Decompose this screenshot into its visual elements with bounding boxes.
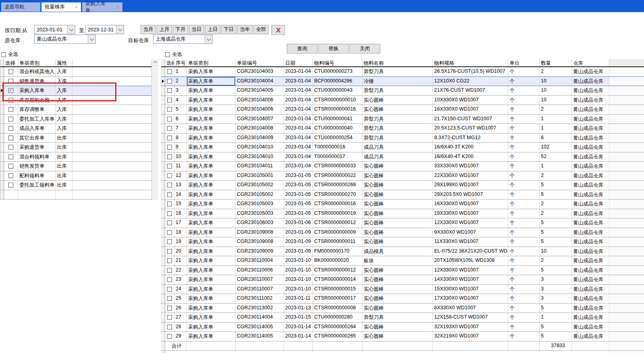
chevron-down-icon[interactable] [67,25,75,34]
order-row[interactable]: 8 采购入库单 CGR230104009 2023-01-04 CTU00000… [161,134,644,143]
order-row[interactable]: 26 采购入库单 CGR230113002 2023-01-13 CTSR000… [161,304,644,313]
doc-type-row[interactable]: 成品入库单 入库 [0,124,152,134]
order-row[interactable]: 3 采购入库单 CGR230104005 2023-01-04 CTU00000… [161,86,644,96]
row-checkbox[interactable] [8,88,13,93]
row-checkbox[interactable] [167,230,172,235]
row-checkbox[interactable] [8,107,13,112]
doc-type-row[interactable]: 其它出库单 出库 [0,134,152,143]
row-checkbox[interactable] [8,117,13,121]
order-row[interactable]: 17 采购入库单 CGR230106003 2023-01-06 CTSR000… [161,218,644,228]
row-checkbox[interactable] [167,239,172,244]
quick-range-button[interactable]: 下月 [173,25,188,34]
query-button[interactable]: 查询 [287,44,317,53]
close-icon[interactable]: × [69,4,78,10]
order-row[interactable]: 10 采购入库单 CGR230104010 2023-01-04 T000000… [161,152,644,162]
row-checkbox[interactable] [8,79,13,84]
row-checkbox[interactable] [167,79,172,84]
row-checkbox[interactable] [167,136,172,140]
row-checkbox[interactable] [167,315,172,320]
doc-type-row[interactable]: 库存调整单 入库 [0,105,152,115]
order-row[interactable]: 2 采购入库单 CGR230104004 2023-01-04 BCF00000… [161,76,644,86]
order-row[interactable]: 22 采购入库单 CGR230110006 2023-01-10 CTSR000… [161,266,644,276]
doc-type-row[interactable]: 委托加工入库单 入库 [0,115,152,124]
quick-range-button[interactable]: 当年 [237,25,253,34]
col-header-doc-type[interactable]: 单据类别 [18,59,56,66]
quick-range-button[interactable]: 上日 [205,25,220,34]
order-row[interactable]: 13 采购入库单 CGR230105002 2023-01-05 CTSR000… [161,181,644,190]
col-header-select[interactable]: 选择 [165,59,174,66]
row-checkbox[interactable] [8,173,13,178]
row-checkbox[interactable] [167,220,172,225]
col-header-qty[interactable]: 数量 [540,59,572,66]
source-warehouse-select[interactable]: 黄山成品仓库 [34,35,96,44]
col-header-doc-type[interactable]: 单据类别 [187,59,236,66]
row-checkbox[interactable] [8,136,13,140]
quick-range-button[interactable]: 下日 [221,25,236,34]
row-checkbox[interactable] [167,211,172,216]
row-checkbox[interactable] [167,268,172,273]
order-row[interactable]: 7 采购入库单 CGR230104008 2023-01-04 CTU00000… [161,124,644,134]
row-checkbox[interactable] [8,183,13,187]
row-checkbox[interactable] [167,183,172,187]
order-row[interactable]: 24 采购入库单 CGR230110007 2023-01-10 CTSR000… [161,285,644,294]
row-checkbox[interactable] [167,98,172,103]
doc-type-row[interactable]: 采购退货单 出库 [0,143,152,152]
order-row[interactable]: 12 采购入库单 CGR230105001 2023-01-05 CTSR000… [161,171,644,181]
tab-batch-transfer[interactable]: 批量移库 × [41,2,81,12]
col-header-attr[interactable]: 属性 [56,59,72,66]
order-row[interactable]: 4 采购入库单 CGR230104006 2023-01-04 CTSR0000… [161,96,644,105]
row-checkbox[interactable] [167,164,172,169]
order-row[interactable]: 28 采购入库单 CGR230114005 2023-01-14 CTSR000… [161,323,644,332]
order-row[interactable]: 27 采购入库单 CGR230114004 2023-01-15 CTU0000… [161,313,644,323]
target-warehouse-select[interactable]: 上海成品仓库 [153,35,213,44]
tab-desktop-nav[interactable]: 桌面导航 [1,2,40,12]
row-checkbox[interactable] [167,69,172,74]
order-row[interactable]: 29 采购入库单 CGR230114005 2023-01-14 CTSR000… [161,332,644,341]
chevron-down-icon[interactable] [116,25,124,34]
close-icon[interactable]: × [110,4,119,10]
quick-range-button[interactable]: 当日 [189,25,204,34]
row-checkbox[interactable] [167,306,172,311]
order-row[interactable]: 18 采购入库单 CGR230109008 2023-01-09 CTSR000… [161,228,644,238]
chevron-down-icon[interactable] [88,35,95,43]
row-checkbox[interactable] [167,249,172,254]
doc-type-row[interactable]: 委托加工领料单 出库 [0,181,152,190]
row-checkbox[interactable] [167,287,172,292]
row-checkbox[interactable] [8,145,13,150]
order-row[interactable]: 23 采购入库单 CGR230110007 2023-01-10 CTSR000… [161,275,644,285]
row-checkbox[interactable] [167,88,172,93]
row-checkbox[interactable] [167,107,172,112]
tab-purchase-receipt[interactable]: 采购入库单 × [82,2,122,12]
replace-button[interactable]: 替换 [318,44,349,53]
col-header-item-name[interactable]: 物料名称 [362,59,433,66]
date-from-select[interactable]: 2023-01-01 [34,25,75,34]
orders-select-all[interactable]: 全选 [165,51,182,58]
order-row[interactable]: 25 采购入库单 CGR230111002 2023-01-11 CTSR000… [161,294,644,304]
clear-filter-button[interactable] [271,25,285,35]
chevron-down-icon[interactable] [205,35,212,43]
row-checkbox[interactable] [167,296,172,301]
order-row[interactable]: 6 采购入库单 CGR230104007 2023-01-04 CTU00000… [161,115,644,124]
row-checkbox[interactable] [8,154,13,159]
doc-type-row[interactable]: 库存期初余额 入库 [0,96,152,105]
doc-type-row[interactable]: 销售发货单 出库 [0,162,152,171]
col-header-warehouse[interactable]: 仓库 [572,59,609,66]
col-header-date[interactable]: 日期 [284,59,313,66]
order-row[interactable]: 20 采购入库单 CGR230109009 2023-01-09 FM00000… [161,247,644,257]
col-header-seq[interactable]: 序号 [174,59,187,66]
date-to-select[interactable]: 2023-12-31 [85,25,124,34]
left-grid-scrollbar[interactable] [151,59,158,200]
doc-type-row[interactable]: 采购入库单 入库 [0,86,152,96]
order-row[interactable]: 11 采购入库单 CGR230104011 2023-01-04 CTSR000… [161,162,644,171]
row-checkbox[interactable] [167,202,172,206]
order-row[interactable]: 1 采购入库单 CGR230104003 2023-01-04 CTU00000… [161,67,644,77]
row-checkbox[interactable] [167,192,172,197]
doc-type-row[interactable] [0,190,152,200]
quick-range-button[interactable]: 全部 [253,25,269,34]
order-row[interactable]: 15 采购入库单 CGR230105003 2023-01-05 CTSR000… [161,200,644,209]
row-checkbox[interactable] [8,126,13,131]
close-button[interactable]: 关闭 [350,44,380,53]
row-checkbox[interactable] [8,69,13,74]
order-row[interactable]: 14 采购入库单 CGR230105002 2023-01-05 CTSR000… [161,190,644,200]
doc-type-row[interactable]: 混合料或其他入库 入库 [0,67,152,77]
